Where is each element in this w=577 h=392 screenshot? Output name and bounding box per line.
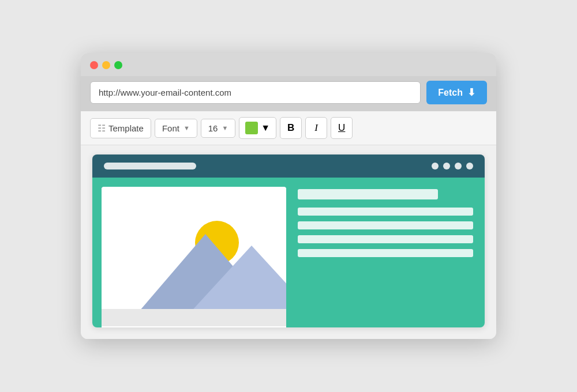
color-swatch [245,122,258,134]
email-content-block-2 [298,221,473,229]
toolbar: ☷ Template Font ▼ 16 ▼ ▼ B I U [81,111,496,145]
underline-label: U [338,122,345,134]
email-content-block-3 [298,235,473,243]
color-picker-dropdown[interactable]: ▼ [239,117,276,139]
italic-button[interactable]: I [305,117,327,139]
email-content-title-block [298,189,438,199]
fetch-label: Fetch [438,88,463,98]
url-bar-row: Fetch ⬇ [81,76,496,111]
email-content-block-1 [298,208,473,216]
email-dot-4 [466,163,473,169]
email-search-bar [104,163,196,169]
content-area [81,145,496,339]
email-header-bar [92,154,485,178]
font-dropdown[interactable]: Font ▼ [155,119,197,138]
maximize-button[interactable] [114,61,122,69]
template-dropdown[interactable]: ☷ Template [90,118,151,138]
font-size-dropdown[interactable]: 16 ▼ [201,119,236,138]
traffic-lights [90,61,122,69]
email-dot-3 [455,163,462,169]
close-button[interactable] [90,61,98,69]
url-input[interactable] [90,81,421,104]
email-content-column [286,178,485,327]
bold-button[interactable]: B [280,117,302,139]
email-header-dots [432,163,473,169]
underline-button[interactable]: U [331,117,353,139]
svg-rect-4 [102,309,286,326]
template-label: Template [108,123,144,133]
email-preview [92,154,485,327]
font-size-value: 16 [208,123,218,133]
email-body [92,178,485,327]
document-icon: ☷ [98,123,106,134]
fetch-icon: ⬇ [467,86,475,99]
browser-window: Fetch ⬇ ☷ Template Font ▼ 16 ▼ ▼ B [81,53,496,339]
font-label: Font [162,123,179,133]
italic-label: I [314,122,318,134]
font-size-caret-icon: ▼ [222,125,228,131]
email-dot-2 [443,163,450,169]
bold-label: B [287,122,294,134]
image-placeholder [102,187,286,327]
email-dot-1 [432,163,439,169]
landscape-illustration [102,187,286,327]
minimize-button[interactable] [102,61,110,69]
font-caret-icon: ▼ [183,125,190,131]
email-content-block-4 [298,249,473,257]
color-caret-icon: ▼ [261,123,270,133]
fetch-button[interactable]: Fetch ⬇ [426,81,487,104]
title-bar [81,53,496,76]
email-image-column [102,187,286,327]
